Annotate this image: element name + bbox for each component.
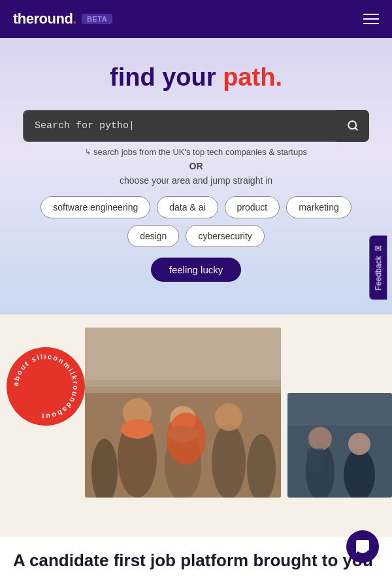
search-input[interactable] (23, 110, 369, 142)
feeling-lucky-button[interactable]: feeling lucky (151, 258, 242, 282)
main-photo-bg (85, 328, 281, 498)
or-divider: OR (13, 161, 379, 171)
pill-product[interactable]: product (225, 196, 280, 218)
hamburger-menu[interactable] (363, 14, 379, 24)
hero-title-part1: find your (110, 63, 223, 91)
category-pills: software engineering data & ai product m… (13, 196, 379, 247)
svg-point-11 (212, 424, 246, 498)
svg-rect-15 (85, 328, 281, 386)
bottom-cta-title: A candidate first job platform brought t… (13, 550, 379, 576)
secondary-photo (287, 393, 392, 498)
logo-dot: . (73, 10, 76, 27)
choose-text: choose your area and jump straight in (13, 175, 379, 186)
svg-rect-21 (307, 449, 323, 471)
beta-badge: BETA (82, 14, 112, 24)
svg-rect-24 (287, 393, 392, 426)
feedback-wrapper: Feedback ✉ (370, 236, 387, 300)
header: theround. BETA (0, 0, 392, 38)
svg-point-20 (308, 427, 332, 450)
logo-area: theround. BETA (13, 10, 112, 27)
search-container (23, 110, 369, 142)
feedback-label: Feedback (374, 256, 383, 291)
hero-title: find your path. (13, 64, 379, 92)
secondary-photo-bg (287, 393, 392, 498)
svg-line-1 (355, 128, 357, 130)
secondary-photo-svg (287, 393, 392, 498)
image-collage (85, 328, 392, 530)
pill-design[interactable]: design (127, 225, 179, 247)
feedback-button[interactable]: Feedback ✉ (370, 236, 387, 300)
svg-point-7 (121, 419, 154, 439)
bottom-cta: A candidate first job platform brought t… (0, 537, 392, 576)
logo-wordmark: theround (13, 10, 73, 27)
chat-button[interactable] (346, 530, 379, 563)
search-button[interactable] (336, 110, 369, 142)
arrow-icon: ↳ (85, 148, 91, 156)
about-section: about siliconmilkroundabout (0, 314, 392, 537)
logo-text: theround. (13, 10, 76, 27)
pill-marketing[interactable]: marketing (286, 196, 351, 218)
svg-point-12 (215, 403, 242, 431)
main-photo (85, 328, 281, 498)
search-icon (347, 120, 359, 131)
search-hint-text: search jobs from the UK's top tech compa… (93, 147, 307, 157)
pill-data-ai[interactable]: data & ai (157, 196, 218, 218)
main-photo-svg (85, 328, 281, 498)
svg-point-23 (348, 433, 370, 455)
search-hint: ↳ search jobs from the UK's top tech com… (13, 147, 379, 157)
circle-badge-svg: about siliconmilkroundabout (10, 350, 82, 422)
feedback-icon: ✉ (375, 244, 382, 254)
svg-rect-16 (85, 386, 281, 393)
pill-software-engineering[interactable]: software engineering (41, 196, 150, 218)
pill-cybersecurity[interactable]: cybersecurity (186, 225, 264, 247)
circle-badge[interactable]: about siliconmilkroundabout (7, 347, 85, 426)
hero-title-highlight: path (223, 63, 275, 91)
hero-section: find your path. ↳ search jobs from the U… (0, 38, 392, 314)
chat-icon (355, 539, 370, 554)
hero-title-dot: . (275, 63, 282, 91)
svg-point-17 (167, 413, 206, 465)
